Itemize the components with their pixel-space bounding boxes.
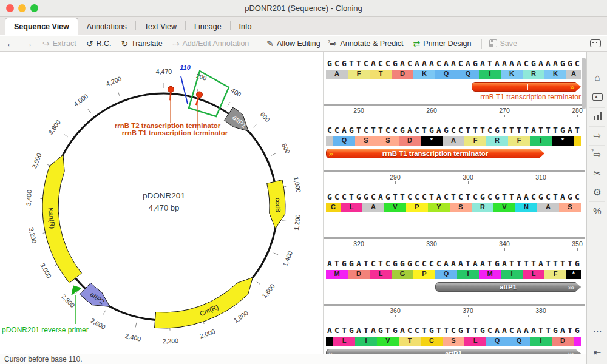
nucleotide[interactable]: T [472, 326, 479, 335]
nucleotide[interactable]: C [508, 326, 515, 335]
nucleotide[interactable]: T [472, 126, 479, 135]
more-icon[interactable]: ⋯ [587, 326, 607, 336]
nucleotide[interactable]: A [552, 59, 559, 68]
reverse-primer-glyph[interactable] [72, 286, 81, 295]
dna-sequence-line[interactable]: CCAGTCTTCCGACTGAGCCTTTCGTTTTATTTGAT [326, 126, 581, 135]
nucleotide[interactable]: C [413, 259, 421, 268]
sequence-row[interactable]: ATGGATCTCGGGCCCCAAATAATGATTTTATTTTGMDLGP… [324, 255, 585, 322]
translate-button[interactable]: ↻Translate [121, 39, 162, 48]
allow-editing-button[interactable]: ✎Allow Editing [266, 39, 320, 48]
nucleotide[interactable]: C [333, 126, 341, 135]
nucleotide[interactable]: A [515, 59, 523, 68]
nucleotide[interactable]: T [464, 126, 472, 135]
nucleotide[interactable]: G [355, 192, 362, 201]
nucleotide[interactable]: A [341, 126, 348, 135]
nucleotide[interactable]: A [493, 326, 501, 335]
nucleotide[interactable]: T [443, 326, 450, 335]
nucleotide[interactable]: C [457, 59, 464, 68]
nucleotide[interactable]: G [537, 192, 544, 201]
nucleotide[interactable]: A [493, 59, 501, 68]
nucleotide[interactable]: T [537, 326, 544, 335]
plasmid-map-panel[interactable]: 2004006008001,0001,2001,4001,6001,8002,0… [0, 52, 324, 354]
nucleotide[interactable]: T [355, 126, 362, 135]
nucleotide[interactable]: T [559, 259, 566, 268]
nucleotide[interactable]: C [450, 326, 457, 335]
feature-bar-attp1[interactable]: »»›attP1 [326, 349, 581, 354]
nucleotide[interactable]: T [523, 259, 530, 268]
nucleotide[interactable]: C [457, 192, 464, 201]
nucleotide[interactable]: G [406, 259, 413, 268]
nucleotide[interactable]: T [552, 126, 559, 135]
nucleotide[interactable]: T [377, 259, 384, 268]
sequence-row[interactable]: GCCTGGCAGTTCCCTACTCTCGCGTTAACGCTAGCCLAVP… [324, 189, 585, 255]
export-arrow-icon[interactable]: ⇨ [587, 131, 607, 141]
nucleotide[interactable]: G [341, 59, 348, 68]
nucleotide[interactable]: C [472, 192, 479, 201]
extract-button[interactable]: ↪Extract [42, 39, 76, 48]
nucleotide[interactable]: G [574, 326, 581, 335]
nucleotide[interactable]: C [544, 192, 552, 201]
nucleotide[interactable]: C [450, 126, 457, 135]
nucleotide[interactable]: T [348, 192, 355, 201]
nucleotide[interactable]: C [443, 192, 450, 201]
feature-bar-rrnb-t1-transcription-terminator[interactable]: » [472, 82, 581, 92]
nucleotide[interactable]: T [421, 326, 428, 335]
nucleotide[interactable]: A [508, 59, 515, 68]
nucleotide[interactable]: G [348, 326, 355, 335]
nucleotide[interactable]: T [464, 326, 472, 335]
nucleotide[interactable]: A [523, 326, 530, 335]
nucleotide[interactable]: T [574, 126, 581, 135]
nucleotide[interactable]: A [479, 59, 486, 68]
nucleotide[interactable]: G [457, 326, 464, 335]
nucleotide[interactable]: T [508, 192, 515, 201]
nucleotide[interactable]: T [464, 192, 472, 201]
nucleotide[interactable]: T [552, 192, 559, 201]
nucleotide[interactable]: A [464, 59, 472, 68]
nucleotide[interactable]: G [348, 126, 355, 135]
nucleotide[interactable]: G [348, 259, 355, 268]
nucleotide[interactable]: A [377, 192, 384, 201]
nucleotide[interactable]: G [443, 126, 450, 135]
nucleotide[interactable]: A [428, 59, 435, 68]
nucleotide[interactable]: T [399, 192, 406, 201]
nucleotide[interactable]: A [443, 259, 450, 268]
forward-button[interactable]: → [24, 39, 33, 48]
nucleotide[interactable]: G [326, 192, 333, 201]
primer-design-button[interactable]: ⇄Primer Design [413, 39, 472, 48]
nucleotide[interactable]: A [457, 259, 464, 268]
nucleotide[interactable]: A [406, 126, 413, 135]
nucleotide[interactable]: C [413, 192, 421, 201]
nucleotide[interactable]: A [326, 259, 333, 268]
feature-bar-attp1[interactable]: »›attP1 [435, 282, 581, 292]
nucleotide[interactable]: A [399, 59, 406, 68]
nucleotide[interactable]: T [421, 126, 428, 135]
nucleotide[interactable]: T [515, 126, 523, 135]
nucleotide[interactable]: G [392, 259, 399, 268]
nucleotide[interactable]: T [486, 59, 493, 68]
nucleotide[interactable]: A [472, 259, 479, 268]
nucleotide[interactable]: T [566, 326, 574, 335]
nucleotide[interactable]: T [450, 192, 457, 201]
nucleotide[interactable]: G [559, 126, 566, 135]
nucleotide[interactable]: T [566, 259, 574, 268]
nucleotide[interactable]: T [348, 59, 355, 68]
nucleotide[interactable]: A [566, 126, 574, 135]
terminator-glyph-head[interactable] [168, 86, 174, 92]
nucleotide[interactable]: T [377, 126, 384, 135]
nucleotide[interactable]: C [523, 59, 530, 68]
nucleotide[interactable]: C [326, 126, 333, 135]
nucleotide[interactable]: G [493, 126, 501, 135]
nucleotide[interactable]: T [362, 259, 370, 268]
nucleotide[interactable]: A [544, 59, 552, 68]
dna-sequence-line[interactable]: GCGTTCACCGACAAACAACAGATAAAACGAAAGGC [326, 59, 581, 68]
sequence-scrollbar[interactable] [582, 58, 586, 109]
nucleotide[interactable]: C [435, 59, 443, 68]
nucleotide[interactable]: G [559, 59, 566, 68]
nucleotide[interactable]: C [421, 192, 428, 201]
terminator-glyph-head[interactable] [197, 92, 203, 98]
nucleotide[interactable]: G [552, 326, 559, 335]
nucleotide[interactable]: G [392, 59, 399, 68]
feature-bar-rrnb-t1-transcription-terminator[interactable]: »rrnB T1 transcription terminator [326, 149, 544, 158]
nucleotide[interactable]: G [479, 192, 486, 201]
nucleotide[interactable]: C [486, 126, 493, 135]
